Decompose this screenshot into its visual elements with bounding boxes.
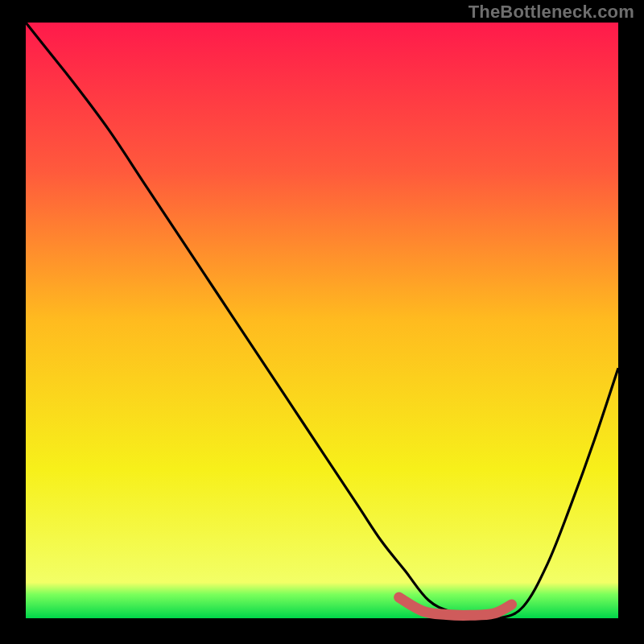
watermark-label: TheBottleneck.com	[469, 2, 634, 23]
chart-svg	[0, 0, 644, 644]
plot-background	[26, 23, 618, 618]
chart-frame: TheBottleneck.com	[0, 0, 644, 644]
